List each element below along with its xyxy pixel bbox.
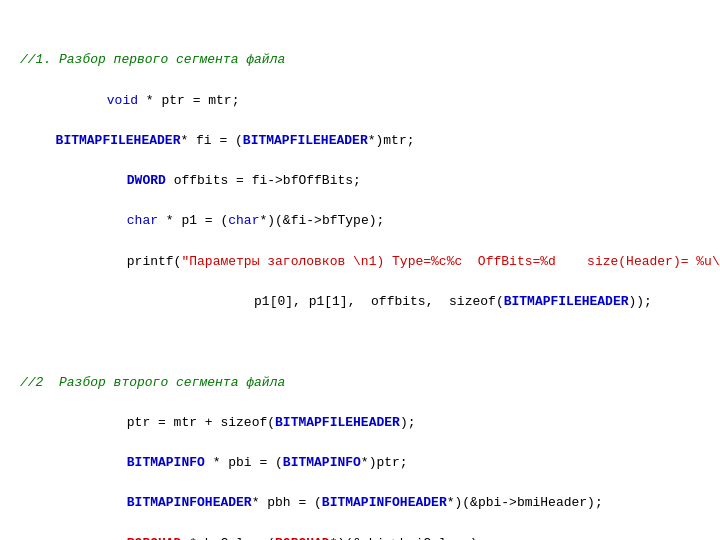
section1-comment: //1. Разбор первого сегмента файла [20, 52, 285, 67]
line-char: char * p1 = (char*)(&fi->bfType); [20, 211, 700, 231]
macro-rgbquad: RGBQUAD [127, 536, 182, 540]
section2-comment: //2 Разбор второго сегмента файла [20, 375, 285, 390]
line-printf1: printf("Параметры заголовков \n1) Type=%… [20, 252, 700, 272]
line-printf1-cont: p1[0], p1[1], offbits, sizeof(BITMAPFILE… [20, 292, 700, 312]
macro-bitmapfileheader2: BITMAPFILEHEADER [243, 133, 368, 148]
line-section2: //2 Разбор второго сегмента файла [20, 373, 700, 393]
line-ptr2: ptr = mtr + sizeof(BITMAPFILEHEADER); [20, 413, 700, 433]
code-container: //1. Разбор первого сегмента файла void … [20, 10, 700, 540]
line-bitmapinfo: BITMAPINFO * pbi = (BITMAPINFO*)ptr; [20, 453, 700, 473]
macro-bitmapfileheader3: BITMAPFILEHEADER [504, 294, 629, 309]
kw-char: char [127, 213, 158, 228]
line-rgbquad: RGBQUAD * bmCol = (RGBQUAD*)(&pbi->bmiCo… [20, 534, 700, 540]
macro-rgbquad2: RGBQUAD [275, 536, 330, 540]
str-printf1: "Параметры заголовков \n1) Type=%c%c Off… [181, 254, 720, 269]
line-empty1 [20, 332, 700, 352]
line-fi: BITMAPFILEHEADER* fi = (BITMAPFILEHEADER… [20, 131, 700, 151]
macro-bitmapinfoheader: BITMAPINFOHEADER [127, 495, 252, 510]
line-dword: DWORD offbits = fi->bfOffBits; [20, 171, 700, 191]
macro-bitmapfileheader4: BITMAPFILEHEADER [275, 415, 400, 430]
macro-bitmapinfoheader2: BITMAPINFOHEADER [322, 495, 447, 510]
macro-bitmapinfo: BITMAPINFO [127, 455, 205, 470]
kw-void: void [107, 93, 138, 108]
macro-bitmapfileheader1: BITMAPFILEHEADER [56, 133, 181, 148]
kw-char2: char [228, 213, 259, 228]
line-bitmapinfoheader: BITMAPINFOHEADER* pbh = (BITMAPINFOHEADE… [20, 493, 700, 513]
macro-bitmapinfo2: BITMAPINFO [283, 455, 361, 470]
line-ptr: void * ptr = mtr; [20, 91, 700, 111]
line-section1: //1. Разбор первого сегмента файла [20, 50, 700, 70]
macro-dword: DWORD [127, 173, 166, 188]
